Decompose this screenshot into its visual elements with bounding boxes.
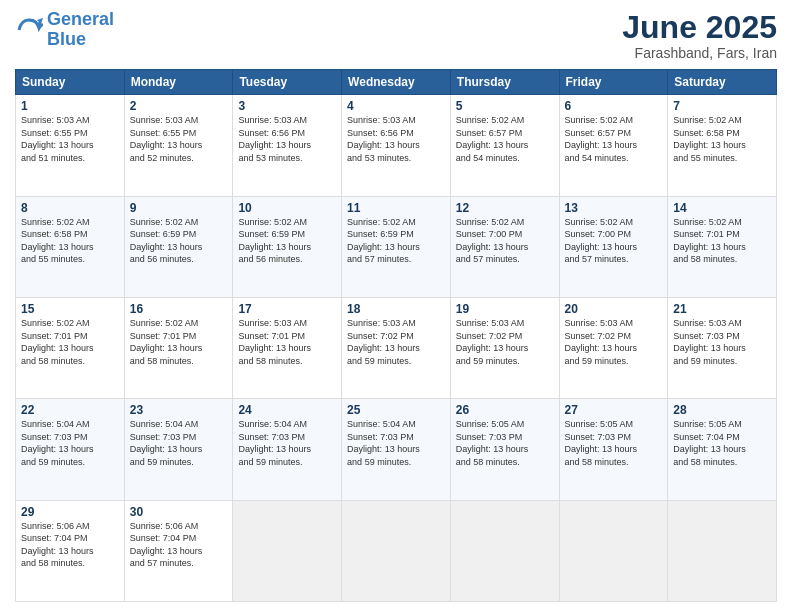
cell-info: Sunrise: 5:06 AMSunset: 7:04 PMDaylight:… [130, 520, 228, 570]
calendar-cell: 24Sunrise: 5:04 AMSunset: 7:03 PMDayligh… [233, 399, 342, 500]
col-header-thursday: Thursday [450, 70, 559, 95]
calendar-cell: 2Sunrise: 5:03 AMSunset: 6:55 PMDaylight… [124, 95, 233, 196]
calendar-cell: 18Sunrise: 5:03 AMSunset: 7:02 PMDayligh… [342, 297, 451, 398]
cell-info: Sunrise: 5:02 AMSunset: 7:01 PMDaylight:… [130, 317, 228, 367]
calendar-cell: 1Sunrise: 5:03 AMSunset: 6:55 PMDaylight… [16, 95, 125, 196]
cell-info: Sunrise: 5:03 AMSunset: 6:56 PMDaylight:… [347, 114, 445, 164]
cell-info: Sunrise: 5:03 AMSunset: 7:02 PMDaylight:… [456, 317, 554, 367]
cell-info: Sunrise: 5:02 AMSunset: 6:59 PMDaylight:… [238, 216, 336, 266]
logo-general: General [47, 9, 114, 29]
cell-info: Sunrise: 5:04 AMSunset: 7:03 PMDaylight:… [238, 418, 336, 468]
calendar-cell: 6Sunrise: 5:02 AMSunset: 6:57 PMDaylight… [559, 95, 668, 196]
logo-icon [15, 16, 43, 44]
calendar-cell: 29Sunrise: 5:06 AMSunset: 7:04 PMDayligh… [16, 500, 125, 601]
day-number: 11 [347, 201, 445, 215]
cell-info: Sunrise: 5:02 AMSunset: 6:59 PMDaylight:… [347, 216, 445, 266]
day-number: 9 [130, 201, 228, 215]
day-number: 14 [673, 201, 771, 215]
day-number: 20 [565, 302, 663, 316]
day-number: 7 [673, 99, 771, 113]
day-number: 1 [21, 99, 119, 113]
calendar-cell: 12Sunrise: 5:02 AMSunset: 7:00 PMDayligh… [450, 196, 559, 297]
day-number: 13 [565, 201, 663, 215]
cell-info: Sunrise: 5:02 AMSunset: 7:00 PMDaylight:… [565, 216, 663, 266]
cell-info: Sunrise: 5:03 AMSunset: 6:56 PMDaylight:… [238, 114, 336, 164]
day-number: 21 [673, 302, 771, 316]
calendar-cell: 4Sunrise: 5:03 AMSunset: 6:56 PMDaylight… [342, 95, 451, 196]
day-number: 26 [456, 403, 554, 417]
day-number: 28 [673, 403, 771, 417]
calendar-cell: 26Sunrise: 5:05 AMSunset: 7:03 PMDayligh… [450, 399, 559, 500]
day-number: 3 [238, 99, 336, 113]
calendar-cell: 17Sunrise: 5:03 AMSunset: 7:01 PMDayligh… [233, 297, 342, 398]
calendar-cell: 11Sunrise: 5:02 AMSunset: 6:59 PMDayligh… [342, 196, 451, 297]
cell-info: Sunrise: 5:05 AMSunset: 7:03 PMDaylight:… [456, 418, 554, 468]
calendar-cell: 10Sunrise: 5:02 AMSunset: 6:59 PMDayligh… [233, 196, 342, 297]
logo-blue: Blue [47, 29, 86, 49]
col-header-monday: Monday [124, 70, 233, 95]
day-number: 16 [130, 302, 228, 316]
calendar-cell: 9Sunrise: 5:02 AMSunset: 6:59 PMDaylight… [124, 196, 233, 297]
day-number: 18 [347, 302, 445, 316]
cell-info: Sunrise: 5:05 AMSunset: 7:04 PMDaylight:… [673, 418, 771, 468]
calendar-cell: 16Sunrise: 5:02 AMSunset: 7:01 PMDayligh… [124, 297, 233, 398]
col-header-wednesday: Wednesday [342, 70, 451, 95]
day-number: 2 [130, 99, 228, 113]
title-area: June 2025 Farashband, Fars, Iran [622, 10, 777, 61]
cell-info: Sunrise: 5:03 AMSunset: 6:55 PMDaylight:… [130, 114, 228, 164]
calendar-cell: 28Sunrise: 5:05 AMSunset: 7:04 PMDayligh… [668, 399, 777, 500]
calendar-cell: 7Sunrise: 5:02 AMSunset: 6:58 PMDaylight… [668, 95, 777, 196]
cell-info: Sunrise: 5:02 AMSunset: 6:58 PMDaylight:… [673, 114, 771, 164]
calendar-cell: 27Sunrise: 5:05 AMSunset: 7:03 PMDayligh… [559, 399, 668, 500]
day-number: 6 [565, 99, 663, 113]
calendar-table: SundayMondayTuesdayWednesdayThursdayFrid… [15, 69, 777, 602]
cell-info: Sunrise: 5:02 AMSunset: 6:59 PMDaylight:… [130, 216, 228, 266]
cell-info: Sunrise: 5:03 AMSunset: 7:03 PMDaylight:… [673, 317, 771, 367]
header: General Blue June 2025 Farashband, Fars,… [15, 10, 777, 61]
day-number: 23 [130, 403, 228, 417]
cell-info: Sunrise: 5:02 AMSunset: 7:00 PMDaylight:… [456, 216, 554, 266]
location: Farashband, Fars, Iran [622, 45, 777, 61]
day-number: 4 [347, 99, 445, 113]
calendar-cell: 3Sunrise: 5:03 AMSunset: 6:56 PMDaylight… [233, 95, 342, 196]
calendar-week-5: 29Sunrise: 5:06 AMSunset: 7:04 PMDayligh… [16, 500, 777, 601]
day-number: 17 [238, 302, 336, 316]
calendar-cell: 14Sunrise: 5:02 AMSunset: 7:01 PMDayligh… [668, 196, 777, 297]
month-title: June 2025 [622, 10, 777, 45]
cell-info: Sunrise: 5:02 AMSunset: 6:58 PMDaylight:… [21, 216, 119, 266]
day-number: 22 [21, 403, 119, 417]
calendar-cell: 25Sunrise: 5:04 AMSunset: 7:03 PMDayligh… [342, 399, 451, 500]
cell-info: Sunrise: 5:04 AMSunset: 7:03 PMDaylight:… [347, 418, 445, 468]
calendar-cell [233, 500, 342, 601]
cell-info: Sunrise: 5:03 AMSunset: 7:02 PMDaylight:… [565, 317, 663, 367]
calendar-cell: 19Sunrise: 5:03 AMSunset: 7:02 PMDayligh… [450, 297, 559, 398]
logo-text: General Blue [47, 10, 114, 50]
calendar-cell: 22Sunrise: 5:04 AMSunset: 7:03 PMDayligh… [16, 399, 125, 500]
calendar-cell: 8Sunrise: 5:02 AMSunset: 6:58 PMDaylight… [16, 196, 125, 297]
col-header-tuesday: Tuesday [233, 70, 342, 95]
cell-info: Sunrise: 5:02 AMSunset: 7:01 PMDaylight:… [673, 216, 771, 266]
cell-info: Sunrise: 5:03 AMSunset: 7:02 PMDaylight:… [347, 317, 445, 367]
cell-info: Sunrise: 5:02 AMSunset: 7:01 PMDaylight:… [21, 317, 119, 367]
cell-info: Sunrise: 5:02 AMSunset: 6:57 PMDaylight:… [456, 114, 554, 164]
calendar-cell: 21Sunrise: 5:03 AMSunset: 7:03 PMDayligh… [668, 297, 777, 398]
day-number: 12 [456, 201, 554, 215]
calendar-week-4: 22Sunrise: 5:04 AMSunset: 7:03 PMDayligh… [16, 399, 777, 500]
day-number: 5 [456, 99, 554, 113]
calendar-cell [668, 500, 777, 601]
day-number: 15 [21, 302, 119, 316]
calendar-cell [450, 500, 559, 601]
day-number: 27 [565, 403, 663, 417]
calendar-week-2: 8Sunrise: 5:02 AMSunset: 6:58 PMDaylight… [16, 196, 777, 297]
logo: General Blue [15, 10, 114, 50]
page: General Blue June 2025 Farashband, Fars,… [0, 0, 792, 612]
cell-info: Sunrise: 5:05 AMSunset: 7:03 PMDaylight:… [565, 418, 663, 468]
calendar-cell [559, 500, 668, 601]
cell-info: Sunrise: 5:02 AMSunset: 6:57 PMDaylight:… [565, 114, 663, 164]
calendar-cell: 5Sunrise: 5:02 AMSunset: 6:57 PMDaylight… [450, 95, 559, 196]
day-number: 25 [347, 403, 445, 417]
calendar-week-3: 15Sunrise: 5:02 AMSunset: 7:01 PMDayligh… [16, 297, 777, 398]
calendar-cell [342, 500, 451, 601]
calendar-cell: 20Sunrise: 5:03 AMSunset: 7:02 PMDayligh… [559, 297, 668, 398]
day-number: 29 [21, 505, 119, 519]
